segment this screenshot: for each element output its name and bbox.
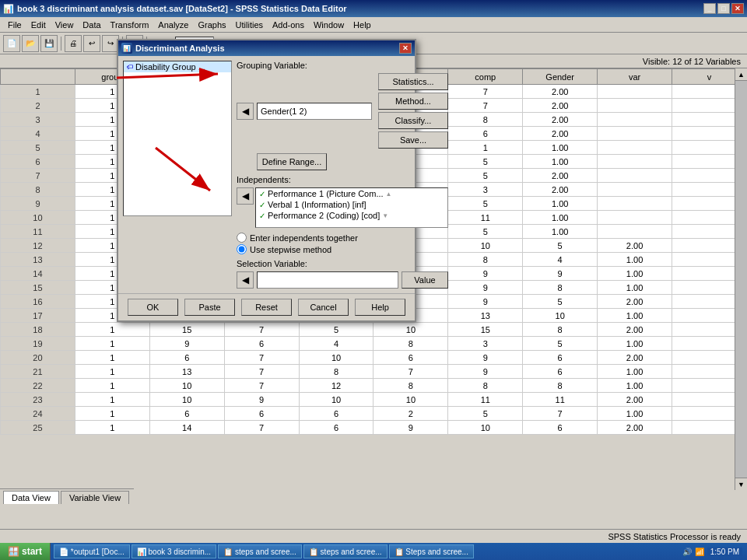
menu-utilities[interactable]: Utilities — [231, 19, 268, 31]
method-button[interactable]: Method... — [378, 93, 448, 110]
open-btn[interactable]: 📂 — [22, 35, 39, 52]
window-title: book 3 discriminant analysis dataset.sav… — [17, 4, 703, 13]
start-button[interactable]: 🪟 start — [0, 543, 51, 560]
menu-help[interactable]: Help — [349, 19, 376, 31]
independents-list[interactable]: ✓ Performance 1 (Picture Com... ▲ ✓ Verb… — [255, 187, 448, 228]
radio-stepwise[interactable]: Use stepwise method — [237, 244, 448, 254]
table-row: 231109101011112.00 — [1, 393, 747, 407]
menu-analyze[interactable]: Analyze — [153, 19, 193, 31]
minimize-button[interactable]: _ — [703, 3, 716, 14]
right-panel: Grouping Variable: ◀ Statistics... Metho… — [237, 61, 448, 289]
scroll-up-btn[interactable]: ▲ — [735, 68, 747, 81]
indep-item-1: ✓ Verbal 1 (Information) [inf] — [256, 199, 447, 210]
taskbar-right: 🔊 📶 1:50 PM — [678, 548, 747, 556]
value-button[interactable]: Value — [402, 271, 448, 289]
menu-view[interactable]: View — [51, 19, 79, 31]
selection-arrow-btn[interactable]: ◀ — [237, 271, 254, 289]
check-icon-1: ✓ — [259, 201, 265, 209]
classify-button[interactable]: Classify... — [378, 112, 448, 129]
save-button[interactable]: Save... — [378, 131, 448, 149]
independents-list-wrapper: ◀ ✓ Performance 1 (Picture Com... ▲ ✓ — [237, 187, 448, 228]
col-var[interactable]: var — [598, 69, 672, 85]
modal-overlay: 📊 Discriminant Analysis ✕ 🏷 Disability G… — [117, 39, 416, 322]
table-row: 221107128881.00 — [1, 379, 747, 393]
menu-window[interactable]: Window — [309, 19, 349, 31]
taskbar-item-2[interactable]: 📋 steps and scree... — [218, 544, 302, 558]
clock: 1:50 PM — [707, 548, 742, 556]
radio-together-label: Enter independents together — [250, 233, 358, 243]
radio-enter-together[interactable]: Enter independents together — [237, 233, 448, 243]
left-panel: 🏷 Disability Group ... — [123, 61, 232, 289]
tab-variable-view[interactable]: Variable View — [61, 491, 129, 504]
menu-file[interactable]: File — [3, 19, 26, 31]
var-item-disability[interactable]: 🏷 Disability Group ... — [124, 61, 231, 72]
taskbar: 🪟 start 📄 *output1 [Doc... 📊 book 3 disc… — [0, 543, 747, 560]
reset-button[interactable]: Reset — [241, 299, 292, 316]
discriminant-analysis-dialog: 📊 Discriminant Analysis ✕ 🏷 Disability G… — [117, 39, 416, 322]
window-icon: 📊 — [3, 4, 14, 14]
check-icon-0: ✓ — [259, 190, 265, 198]
tab-data-view[interactable]: Data View — [3, 491, 59, 504]
indep-label-0: Performance 1 (Picture Com... — [268, 189, 384, 198]
grouping-variable-input[interactable] — [257, 103, 372, 120]
taskbar-item-4[interactable]: 📋 Steps and scree... — [389, 544, 474, 558]
table-row: 1919648351.00 — [1, 337, 747, 351]
close-button[interactable]: ✕ — [731, 3, 744, 14]
paste-button[interactable]: Paste — [184, 299, 235, 316]
var-label-disability: Disability Group ... — [135, 62, 205, 72]
save-btn[interactable]: 💾 — [40, 35, 58, 52]
scroll-down-btn[interactable]: ▼ — [735, 478, 747, 490]
radio-together-input[interactable] — [237, 233, 247, 243]
scroll-track — [735, 81, 747, 478]
indep-item-0: ✓ Performance 1 (Picture Com... ▲ — [256, 188, 447, 199]
modal-close-button[interactable]: ✕ — [399, 43, 412, 54]
ok-button[interactable]: OK — [128, 299, 178, 316]
menu-edit[interactable]: Edit — [26, 19, 51, 31]
taskbar-item-1[interactable]: 📊 book 3 discrimin... — [132, 544, 216, 558]
taskbar-item-0[interactable]: 📄 *output1 [Doc... — [54, 544, 130, 558]
col-rownum — [1, 69, 75, 85]
variable-list[interactable]: 🏷 Disability Group ... — [123, 61, 232, 216]
scroll-arrow-2: ▼ — [382, 212, 388, 219]
menu-bar: File Edit View Data Transform Analyze Gr… — [0, 17, 747, 33]
maximize-button[interactable]: □ — [717, 3, 730, 14]
new-file-btn[interactable]: 📄 — [3, 35, 20, 52]
cancel-button[interactable]: Cancel — [298, 299, 349, 316]
help-button[interactable]: Help — [355, 299, 405, 316]
indep-label-2: Performance 2 (Coding) [cod] — [268, 211, 380, 220]
modal-title: Discriminant Analysis — [135, 44, 399, 53]
independents-section: Independents: ◀ ✓ Performance 1 (Picture… — [237, 175, 448, 228]
scroll-arrow-0: ▲ — [386, 191, 392, 198]
grouping-row: ◀ Statistics... Method... Classify... Sa… — [237, 73, 448, 149]
selection-section: Selection Variable: ◀ Value — [237, 259, 448, 289]
statistics-button[interactable]: Statistics... — [378, 73, 448, 90]
selection-label: Selection Variable: — [237, 259, 448, 268]
menu-graphs[interactable]: Graphs — [193, 19, 230, 31]
undo-btn[interactable]: ↩ — [83, 35, 100, 52]
col-gender[interactable]: Gender — [523, 69, 598, 85]
taskbar-item-3[interactable]: 📋 steps and scree... — [303, 544, 388, 558]
independents-arrow-btn[interactable]: ◀ — [237, 187, 254, 205]
radio-stepwise-input[interactable] — [237, 244, 247, 254]
table-row: 251147691062.00 — [1, 421, 747, 435]
table-row: 20167106962.00 — [1, 351, 747, 365]
status-text: SPSS Statistics Processor is ready — [608, 532, 741, 541]
selection-variable-input[interactable] — [257, 271, 398, 289]
define-range-button[interactable]: Define Range... — [257, 153, 327, 170]
modal-title-bar: 📊 Discriminant Analysis ✕ — [118, 40, 415, 56]
col-comp[interactable]: comp — [448, 69, 523, 85]
selection-row: ◀ Value — [237, 271, 448, 289]
indep-label-1: Verbal 1 (Information) [inf] — [268, 200, 366, 209]
menu-data[interactable]: Data — [78, 19, 105, 31]
print-btn[interactable]: 🖨 — [65, 35, 82, 52]
action-buttons: Statistics... Method... Classify... Save… — [378, 73, 448, 149]
table-row: 1811575101582.00 — [1, 323, 747, 337]
check-icon-2: ✓ — [259, 212, 265, 220]
status-bar: SPSS Statistics Processor is ready — [0, 529, 747, 543]
grouping-arrow-btn[interactable]: ◀ — [237, 103, 254, 120]
var-icon: 🏷 — [127, 64, 133, 71]
menu-transform[interactable]: Transform — [106, 19, 154, 31]
independents-label: Independents: — [237, 175, 448, 184]
taskbar-items: 📄 *output1 [Doc... 📊 book 3 discrimin...… — [51, 544, 678, 558]
menu-addons[interactable]: Add-ons — [268, 19, 309, 31]
